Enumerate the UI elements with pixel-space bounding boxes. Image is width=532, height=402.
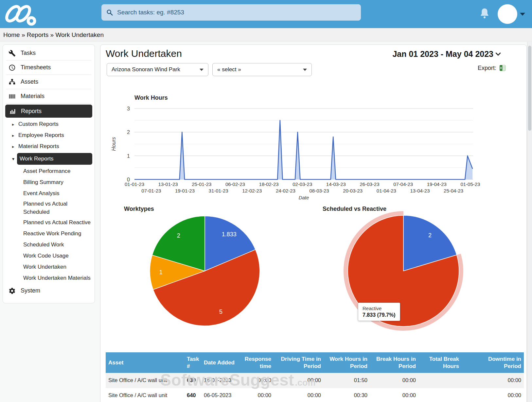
cell-response-time: 00:00: [240, 373, 274, 388]
select-caret-icon: [200, 69, 204, 71]
svg-text:Scheduled vs Reactive: Scheduled vs Reactive: [323, 206, 386, 212]
chart-bar-icon: [9, 107, 16, 115]
sidebar-item-reports[interactable]: Reports: [5, 105, 92, 118]
caret-right-icon: ▸: [12, 144, 18, 149]
secondary-filter-select[interactable]: « select »: [212, 63, 312, 76]
sidebar-item-label: Planned vs Actual Reactive: [23, 219, 91, 227]
sidebar-item-label: Employee Reports: [18, 132, 64, 139]
svg-text:18-02-23: 18-02-23: [259, 181, 279, 187]
asset-filter-select[interactable]: Arizona Sonoran Wind Park: [107, 63, 208, 76]
table-row: Site Office / A/C wall unit64006-05-2023…: [106, 388, 524, 402]
cell-work-hours-in-period: 01:50: [324, 373, 370, 388]
svg-text:13-04-23: 13-04-23: [410, 188, 430, 193]
sidebar-item-label: Planned vs Actual Scheduled: [23, 200, 91, 216]
sidebar-item-label: Reports: [21, 108, 42, 115]
svg-text:5: 5: [219, 309, 222, 315]
svg-text:14-03-23: 14-03-23: [326, 181, 346, 187]
sitemap-icon: [8, 78, 16, 86]
sidebar-item-assets[interactable]: Assets: [3, 75, 95, 89]
svg-text:19-04-23: 19-04-23: [427, 181, 447, 187]
sidebar-item-label: Assets: [21, 78, 38, 85]
divider: [6, 103, 91, 104]
table-row: Site Office / A/C wall unit63016-03-2023…: [106, 373, 524, 388]
svg-text:24-02-23: 24-02-23: [276, 188, 295, 193]
scrollbar-thumb[interactable]: [528, 46, 531, 131]
caret-right-icon: ▸: [12, 122, 18, 127]
svg-text:01-01-23: 01-01-23: [125, 181, 144, 187]
barcode-icon: [8, 92, 16, 100]
main-panel: Work Undertaken Jan 01 2023 - May 04 202…: [100, 44, 527, 402]
svg-text:2: 2: [177, 232, 180, 239]
col-header-response-time: Response time: [240, 352, 274, 373]
col-header-total-break-hours: Total Break Hours: [418, 352, 462, 373]
cell-break-hours-in-period: 00:00: [370, 388, 418, 402]
wrench-icon: [8, 49, 16, 57]
col-header-break-hours-in-period: Break Hours in Period: [370, 352, 418, 373]
col-header-driving-time-in-period: Driving Time in Period: [274, 352, 324, 373]
svg-text:2: 2: [127, 129, 130, 135]
svg-text:2: 2: [428, 232, 432, 239]
cell-task: 640: [184, 388, 201, 402]
svg-text:Hours: Hours: [111, 137, 116, 151]
svg-text:08-03-23: 08-03-23: [310, 188, 329, 193]
sidebar-item-employee-reports[interactable]: ▸Employee Reports: [3, 130, 95, 141]
sidebar-item-planned-vs-actual-scheduled[interactable]: Planned vs Actual Scheduled: [3, 199, 95, 217]
svg-text:01-05-23: 01-05-23: [460, 181, 480, 187]
sidebar-item-tasks[interactable]: Tasks: [3, 46, 95, 60]
sidebar: TasksTimesheetsAssetsMaterialsReports▸Cu…: [3, 44, 95, 303]
sidebar-item-label: Work Undertaken Materials: [23, 274, 91, 282]
svg-text:Date: Date: [299, 195, 309, 200]
sidebar-item-material-reports[interactable]: ▸Material Reports: [3, 141, 95, 152]
svg-text:02-03-23: 02-03-23: [293, 181, 312, 187]
pie-tooltip-value: 7.833 (79.7%): [363, 312, 396, 318]
pie-charts: Worktypes1.833512Scheduled vs Reactive2: [100, 202, 526, 339]
sidebar-item-event-analysis[interactable]: Event Analysis: [3, 188, 95, 199]
sidebar-item-billing-summary[interactable]: Billing Summary: [3, 177, 95, 188]
sidebar-item-timesheets[interactable]: Timesheets: [3, 60, 95, 75]
app-logo[interactable]: [3, 2, 37, 26]
sidebar-item-label: Custom Reports: [18, 121, 59, 127]
sidebar-item-materials[interactable]: Materials: [3, 89, 95, 103]
sidebar-item-work-reports[interactable]: ▾Work Reports: [3, 153, 92, 165]
svg-text:20-03-23: 20-03-23: [343, 188, 363, 193]
sidebar-item-planned-vs-actual-reactive[interactable]: Planned vs Actual Reactive: [3, 217, 95, 228]
gear-icon: [8, 287, 16, 295]
sidebar-item-work-code-usage[interactable]: Work Code Usage: [3, 250, 95, 261]
cell-break-hours-in-period: 00:00: [370, 373, 418, 388]
svg-text:06-02-23: 06-02-23: [225, 181, 245, 187]
svg-text:07-04-23: 07-04-23: [393, 181, 413, 187]
sidebar-item-label: Material Reports: [18, 143, 59, 150]
sidebar-item-custom-reports[interactable]: ▸Custom Reports: [3, 119, 95, 130]
sidebar-item-label: Scheduled Work: [23, 241, 64, 249]
sidebar-item-label: Work Code Usage: [23, 252, 69, 260]
search-input[interactable]: [116, 8, 356, 16]
sidebar-item-work-undertaken[interactable]: Work Undertaken: [3, 261, 95, 273]
page-title: Work Undertaken: [106, 48, 182, 59]
excel-export-icon[interactable]: [499, 64, 506, 72]
date-range-picker[interactable]: Jan 01 2023 - May 04 2023: [392, 49, 501, 59]
avatar-menu-caret-icon[interactable]: [520, 13, 525, 16]
sidebar-item-system[interactable]: System: [3, 284, 95, 298]
cell-date-added: 06-05-2023: [201, 388, 240, 402]
col-header-downtime-in-period: Downtime in Period: [462, 352, 524, 373]
chevron-down-icon: [495, 52, 501, 56]
sidebar-item-label: Event Analysis: [23, 190, 60, 198]
select-caret-icon: [303, 69, 307, 71]
svg-text:Worktypes: Worktypes: [124, 206, 154, 212]
svg-text:1: 1: [159, 269, 163, 276]
sidebar-item-work-undertaken-materials[interactable]: Work Undertaken Materials: [3, 273, 95, 284]
svg-text:19-01-23: 19-01-23: [175, 188, 195, 193]
breadcrumb[interactable]: Home » Reports » Work Undertaken: [0, 28, 532, 42]
svg-text:12-02-23: 12-02-23: [242, 188, 262, 193]
avatar[interactable]: [498, 4, 517, 24]
topbar: [0, 0, 532, 28]
bell-icon[interactable]: [479, 7, 490, 20]
page-scrollbar[interactable]: [527, 42, 532, 402]
sidebar-item-label: Timesheets: [21, 64, 51, 71]
sidebar-item-asset-performance[interactable]: Asset Performance: [3, 166, 95, 177]
sidebar-item-label: Reactive Work Pending: [23, 230, 81, 238]
cell-response-time: 00:00: [240, 388, 274, 402]
sidebar-item-reactive-work-pending[interactable]: Reactive Work Pending: [3, 228, 95, 239]
sidebar-item-scheduled-work[interactable]: Scheduled Work: [3, 239, 95, 250]
cell-driving-time-in-period: 00:00: [274, 373, 324, 388]
